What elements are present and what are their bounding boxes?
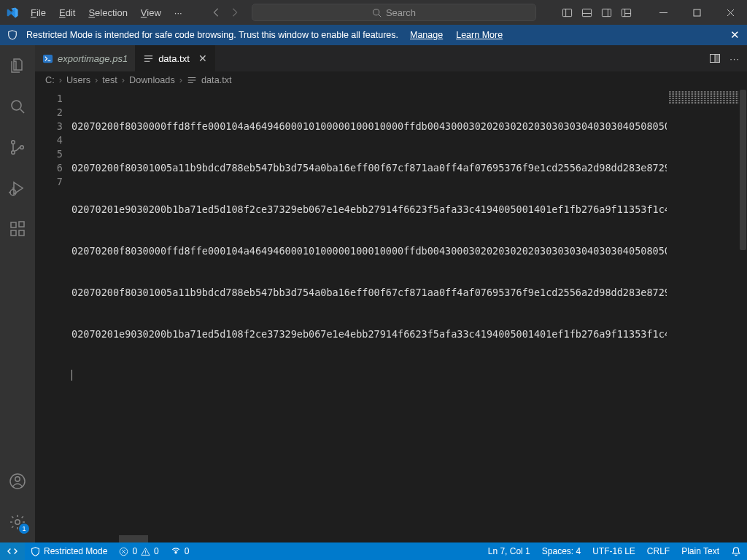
eol-status[interactable]: CRLF	[641, 542, 676, 560]
svg-marker-20	[14, 182, 23, 194]
crumb[interactable]: data.txt	[201, 75, 232, 85]
main-menu: File Edit Selection View ···	[25, 4, 188, 21]
code-line: 02070200f8030000ffd8ffe000104a4649460001…	[71, 120, 667, 133]
layout-panel-right-icon[interactable]	[601, 7, 612, 18]
restricted-mode-status[interactable]: Restricted Mode	[25, 542, 113, 560]
window-close[interactable]	[713, 0, 747, 25]
accounts-icon[interactable]	[0, 467, 35, 496]
tab-label: data.txt	[158, 53, 190, 64]
nav-back-icon[interactable]	[211, 7, 221, 18]
encoding-status[interactable]: UTF-16 LE	[587, 542, 641, 560]
error-icon	[119, 547, 128, 556]
code-content[interactable]: 02070200f8030000ffd8ffe000104a4649460001…	[71, 89, 667, 535]
ports-count: 0	[185, 546, 190, 556]
textfile-icon	[143, 53, 154, 64]
language-status[interactable]: Plain Text	[676, 542, 725, 560]
editor-area: exportimage.ps1 data.txt ✕ ··· C:› Users…	[35, 45, 747, 542]
code-line: 02070200f80301005a11b9bdcd788eb547bb3d75…	[71, 286, 667, 300]
more-actions-icon[interactable]: ···	[729, 53, 740, 64]
menu-edit[interactable]: Edit	[53, 4, 81, 21]
split-editor-icon[interactable]	[709, 52, 721, 64]
editor-body: 1234567 02070200f8030000ffd8ffe000104a46…	[35, 89, 747, 535]
search-icon[interactable]	[0, 92, 35, 121]
svg-point-15	[12, 101, 21, 110]
cursor-position[interactable]: Ln 7, Col 1	[482, 542, 536, 560]
notifications-icon[interactable]	[725, 542, 747, 560]
restricted-label: Restricted Mode	[44, 546, 107, 556]
explorer-icon[interactable]	[0, 51, 35, 80]
code-line	[71, 369, 667, 383]
svg-rect-31	[43, 54, 53, 62]
breadcrumb[interactable]: C:› Users› test› Downloads› data.txt	[35, 71, 747, 89]
error-count: 0	[132, 546, 137, 556]
window-minimize[interactable]	[646, 0, 680, 25]
warning-count: 0	[154, 546, 159, 556]
svg-rect-37	[715, 55, 720, 63]
menu-selection[interactable]: Selection	[82, 4, 133, 21]
menu-view[interactable]: View	[135, 4, 167, 21]
indent-status[interactable]: Spaces: 4	[536, 542, 587, 560]
tab-data-txt[interactable]: data.txt ✕	[136, 45, 215, 71]
tab-label: exportimage.ps1	[58, 53, 128, 64]
warning-icon	[141, 547, 150, 556]
menu-file[interactable]: File	[25, 4, 52, 21]
vertical-scrollbar[interactable]	[739, 89, 747, 535]
svg-rect-2	[562, 9, 571, 16]
svg-point-46	[175, 552, 177, 553]
tab-close-icon[interactable]: ✕	[198, 52, 207, 64]
svg-point-29	[15, 477, 20, 481]
manage-link[interactable]: Manage	[410, 30, 443, 40]
code-line: 02070200f8030000ffd8ffe000104a4649460001…	[71, 244, 667, 258]
svg-point-17	[12, 141, 15, 144]
textfile-icon	[187, 75, 197, 85]
crumb[interactable]: C:	[45, 75, 55, 85]
svg-rect-12	[694, 9, 700, 16]
svg-point-0	[374, 9, 379, 15]
tab-exportimage[interactable]: exportimage.ps1	[35, 45, 136, 71]
svg-line-16	[20, 109, 24, 113]
app-logo	[0, 7, 25, 19]
crumb[interactable]: Downloads	[129, 75, 175, 85]
shield-icon	[31, 547, 40, 556]
layout-panel-left-icon[interactable]	[562, 7, 573, 18]
restricted-mode-banner: Restricted Mode is intended for safe cod…	[0, 25, 747, 45]
search-box[interactable]: Search	[252, 4, 536, 21]
banner-text: Restricted Mode is intended for safe cod…	[26, 30, 398, 40]
code-line: 02070201e9030200b1ba71ed5d108f2ce37329eb…	[71, 203, 667, 217]
svg-line-1	[379, 14, 381, 16]
powershell-icon	[42, 53, 53, 64]
svg-rect-4	[582, 9, 591, 16]
learn-more-link[interactable]: Learn More	[456, 30, 503, 40]
tabs-row: exportimage.ps1 data.txt ✕ ···	[35, 45, 747, 71]
title-bar: File Edit Selection View ··· Search	[0, 0, 747, 25]
line-gutter: 1234567	[35, 89, 71, 535]
customize-layout-icon[interactable]	[621, 7, 632, 18]
settings-icon[interactable]: 1	[0, 508, 35, 537]
problems-status[interactable]: 0 0	[113, 542, 164, 560]
svg-rect-24	[11, 222, 16, 228]
remote-indicator[interactable]	[0, 542, 25, 560]
source-control-icon[interactable]	[0, 133, 35, 162]
svg-rect-25	[11, 230, 16, 236]
settings-badge: 1	[19, 524, 29, 534]
run-debug-icon[interactable]	[0, 174, 35, 203]
banner-close-icon[interactable]: ✕	[730, 28, 740, 42]
ports-status[interactable]: 0	[165, 542, 196, 560]
nav-forward-icon[interactable]	[230, 7, 240, 18]
code-line: 02070201e9030200b1ba71ed5d108f2ce37329eb…	[71, 327, 667, 341]
crumb[interactable]: Users	[66, 75, 90, 85]
menu-more[interactable]: ···	[169, 4, 188, 21]
minimap[interactable]	[667, 89, 747, 535]
window-maximize[interactable]	[680, 0, 713, 25]
nav-arrows	[211, 7, 240, 18]
svg-rect-27	[19, 222, 24, 227]
shield-icon	[7, 30, 18, 40]
horizontal-scrollbar[interactable]	[35, 535, 747, 542]
svg-rect-6	[602, 9, 611, 16]
radio-icon	[171, 546, 181, 556]
layout-panel-bottom-icon[interactable]	[581, 7, 592, 18]
extensions-icon[interactable]	[0, 214, 35, 244]
crumb[interactable]: test	[102, 75, 117, 85]
svg-point-45	[145, 553, 146, 554]
activity-bar: 1	[0, 45, 35, 542]
